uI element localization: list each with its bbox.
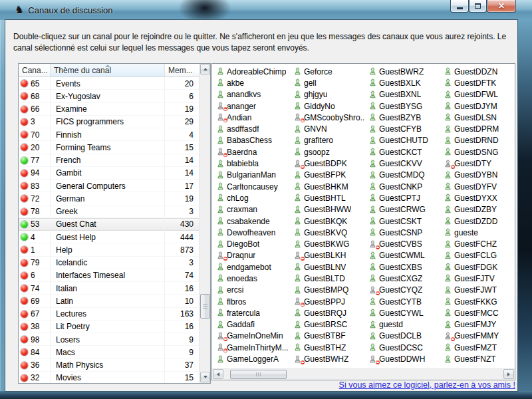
user-item[interactable]: GuestCKCT (367, 146, 442, 158)
user-item[interactable]: akbe (215, 77, 290, 88)
user-item[interactable]: GuestCSKT (367, 215, 442, 227)
user-item[interactable]: GuestDJYM (442, 100, 515, 112)
user-item[interactable]: BabasChess (215, 135, 290, 146)
user-item[interactable]: enoedas (215, 273, 290, 284)
user-item[interactable]: GuestBHWW (292, 204, 367, 215)
scroll-up-button[interactable] (200, 64, 210, 74)
user-item[interactable]: GuestBPPJ (292, 296, 367, 307)
channel-row[interactable]: 32Movies15 (19, 372, 210, 384)
channel-row[interactable]: 38Lit Poetry16 (19, 321, 210, 333)
user-item[interactable]: Carltoncausey (215, 181, 290, 192)
user-item[interactable]: GuestBXNL (367, 89, 442, 100)
user-item[interactable]: GuestFCHZ (442, 238, 515, 249)
user-item[interactable]: GuestFCLG (442, 250, 515, 261)
user-item[interactable]: GuestBRSC (292, 319, 367, 331)
user-item[interactable]: GuestBLKH (292, 250, 367, 261)
user-item[interactable]: GuestDYXX (442, 192, 515, 203)
user-item[interactable]: GuestDFWL (442, 89, 515, 100)
user-item[interactable]: GuestCFYB (367, 123, 442, 134)
user-item[interactable]: GuestDRND (442, 135, 515, 146)
user-item[interactable]: endgamebot (215, 261, 290, 273)
user-item[interactable]: GuestCKVV (367, 158, 442, 169)
user-item[interactable]: GuestFMZT (442, 342, 515, 353)
user-item[interactable]: fratercula (215, 307, 290, 319)
user-item[interactable]: gell (292, 77, 367, 88)
user-item[interactable]: flbros (215, 296, 290, 307)
user-item[interactable]: ghjgyu (292, 89, 367, 100)
user-item[interactable]: anandkvs (215, 89, 290, 100)
user-item[interactable]: ercsi (215, 285, 290, 296)
user-item[interactable]: GuestBKVQ (292, 227, 367, 238)
user-item[interactable]: GuestCVBS (367, 238, 442, 249)
user-item[interactable]: GuestDDWH (367, 353, 442, 364)
user-item[interactable]: guestd (367, 319, 442, 331)
channel-row[interactable]: 36Math Physics37 (19, 359, 210, 372)
user-item[interactable]: GuestBKQK (292, 215, 367, 227)
channel-row[interactable]: 53Guest Chat430 (19, 218, 210, 231)
user-item[interactable]: craxman (215, 204, 290, 215)
channel-row[interactable]: 74Italian16 (19, 282, 210, 295)
user-item[interactable]: grafitero (292, 135, 367, 146)
user-item[interactable]: GuestCXGZ (367, 273, 442, 284)
user-item[interactable]: asdffasdf (215, 123, 290, 134)
user-item[interactable]: Geforce (292, 66, 367, 77)
scroll-down-button[interactable] (200, 372, 210, 382)
channel-row[interactable]: 65Events20 (19, 77, 210, 90)
user-item[interactable]: GuestBYSG (367, 100, 442, 112)
user-item[interactable]: GuestCHUTD (367, 135, 442, 146)
user-item[interactable]: GuestDYFV (442, 181, 515, 192)
channel-row[interactable]: 1Help873 (19, 243, 210, 256)
header-theme[interactable]: Thème du canal (51, 64, 165, 77)
channel-row[interactable]: 84Macs9 (19, 346, 210, 358)
user-item[interactable]: GuestBTHZ (292, 342, 367, 353)
user-item[interactable]: GuestDFTK (442, 77, 515, 88)
channel-row[interactable]: 20Forming Teams15 (19, 141, 210, 154)
user-item[interactable]: GameInThirtyM... (215, 342, 290, 353)
user-item[interactable]: GuestCYTB (367, 296, 442, 307)
user-item[interactable]: GuestDDZN (442, 66, 515, 77)
user-item[interactable]: GuestBXLK (367, 77, 442, 88)
user-item[interactable]: AdoreableChimp (215, 66, 290, 77)
user-item[interactable]: GuestDTY (442, 158, 515, 169)
user-horizontal-scrollbar[interactable] (212, 368, 515, 380)
user-item[interactable]: gsoopz (292, 146, 367, 158)
channel-row[interactable]: 67Lectures163 (19, 308, 210, 321)
user-item[interactable]: ananger (215, 100, 290, 112)
user-item[interactable]: GuestBLNV (292, 261, 367, 273)
scroll-thumb[interactable] (230, 370, 287, 379)
user-item[interactable]: GuestCYQZ (367, 285, 442, 296)
user-item[interactable]: GuestFMMY (442, 331, 515, 342)
user-item[interactable]: chLog (215, 192, 290, 203)
user-item[interactable]: GuestFNZT (442, 353, 515, 364)
scroll-left-button[interactable] (213, 369, 223, 379)
channel-row[interactable]: 78Greek3 (19, 205, 210, 218)
user-item[interactable]: GiddyNo (292, 100, 367, 112)
channel-row[interactable]: 70Finnish4 (19, 128, 210, 141)
user-item[interactable]: GMScoobyShro... (292, 112, 367, 123)
minimize-button[interactable] (450, 0, 469, 13)
user-item[interactable]: GNVN (292, 123, 367, 134)
user-item[interactable]: GuestBWRZ (367, 66, 442, 77)
channel-vertical-scrollbar[interactable] (199, 64, 210, 383)
user-item[interactable]: GuestDSNG (442, 146, 515, 158)
user-item[interactable]: Baerdna (215, 146, 290, 158)
user-item[interactable]: GuestFJTV (442, 273, 515, 284)
channel-row[interactable]: 98Losers9 (19, 333, 210, 346)
user-item[interactable]: GameLoggerA (215, 353, 290, 364)
user-item[interactable]: GuestDLSN (442, 112, 515, 123)
user-item[interactable]: GuestBFPK (292, 170, 367, 181)
user-item[interactable]: GuestBWHZ (292, 353, 367, 364)
user-item[interactable]: GuestBMPQ (292, 285, 367, 296)
user-item[interactable]: GuestBTBF (292, 331, 367, 342)
user-item[interactable]: GuestCMDQ (367, 170, 442, 181)
user-item[interactable]: Gaddafi (215, 319, 290, 331)
user-item[interactable]: blabiebla (215, 158, 290, 169)
user-item[interactable]: GuestCYWL (367, 307, 442, 319)
user-item[interactable]: GuestCXBS (367, 261, 442, 273)
channel-row[interactable]: 66Examine19 (19, 103, 210, 116)
channel-row[interactable]: 83General Computers17 (19, 180, 210, 192)
channel-row[interactable]: 68Ex-Yugoslav6 (19, 90, 210, 102)
user-item[interactable]: BulgarianMan (215, 170, 290, 181)
user-item[interactable]: GuestFJWT (442, 285, 515, 296)
user-item[interactable]: GuestBLTD (292, 273, 367, 284)
